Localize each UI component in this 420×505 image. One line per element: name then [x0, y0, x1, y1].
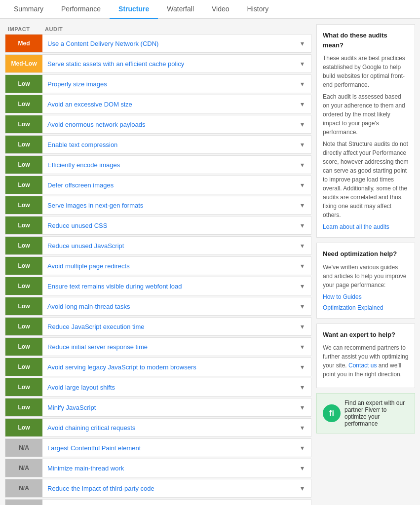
- tab-video[interactable]: Video: [203, 0, 238, 19]
- chevron-down-icon[interactable]: ▾: [296, 120, 311, 128]
- fiverr-icon: fi: [323, 404, 341, 422]
- impact-badge: Med-Low: [5, 55, 42, 72]
- audit-label: Avoid chaining critical requests: [42, 420, 296, 435]
- chevron-down-icon[interactable]: ▾: [296, 424, 311, 432]
- impact-badge: Low: [5, 75, 42, 93]
- audit-row[interactable]: LowAvoid long main-thread tasks▾: [5, 297, 311, 316]
- chevron-down-icon[interactable]: ▾: [296, 221, 311, 229]
- audit-row[interactable]: LowAvoid large layout shifts▾: [5, 378, 311, 397]
- left-panel: IMPACT AUDIT MedUse a Content Delivery N…: [5, 24, 311, 505]
- audit-row[interactable]: LowMinify JavaScript▾: [5, 398, 311, 417]
- chevron-down-icon[interactable]: ▾: [296, 383, 311, 391]
- chevron-down-icon[interactable]: ▾: [296, 302, 311, 310]
- audit-row[interactable]: LowEnable text compression▾: [5, 135, 311, 154]
- chevron-down-icon[interactable]: ▾: [296, 161, 311, 169]
- audits-meaning-card: What do these audits mean? These audits …: [316, 24, 415, 238]
- optimization-explained-link[interactable]: Optimization Explained: [323, 303, 409, 312]
- chevron-down-icon[interactable]: ▾: [296, 323, 311, 330]
- audit-row[interactable]: LowServe images in next-gen formats▾: [5, 196, 311, 215]
- impact-badge: N/A: [5, 439, 42, 457]
- impact-badge: Low: [5, 156, 42, 174]
- audit-row[interactable]: LowReduce unused CSS▾: [5, 216, 311, 235]
- audit-row[interactable]: N/AUser Timing marks and measures▾: [5, 499, 311, 505]
- chevron-down-icon[interactable]: ▾: [296, 181, 311, 189]
- impact-badge: Low: [5, 115, 42, 133]
- impact-badge: Low: [5, 419, 42, 436]
- tab-structure[interactable]: Structure: [110, 0, 158, 19]
- audit-row[interactable]: N/AMinimize main-thread work▾: [5, 459, 311, 477]
- optimization-help-title: Need optimization help?: [323, 249, 409, 259]
- audit-row[interactable]: Med-LowServe static assets with an effic…: [5, 54, 311, 73]
- audit-label: Enable text compression: [42, 137, 296, 152]
- audit-label: Avoid large layout shifts: [42, 380, 296, 395]
- audit-label: Avoid enormous network payloads: [42, 117, 296, 132]
- audit-row[interactable]: LowDefer offscreen images▾: [5, 176, 311, 194]
- tab-summary[interactable]: Summary: [5, 0, 52, 19]
- optimization-help-card: Need optimization help? We've written va…: [316, 243, 415, 319]
- audit-row[interactable]: LowAvoid multiple page redirects▾: [5, 256, 311, 275]
- audit-label: User Timing marks and measures: [42, 501, 296, 505]
- chevron-down-icon[interactable]: ▾: [296, 39, 311, 47]
- audit-row[interactable]: LowReduce JavaScript execution time▾: [5, 317, 311, 336]
- impact-badge: N/A: [5, 500, 42, 505]
- audits-meaning-title: What do these audits mean?: [323, 31, 409, 50]
- audit-row[interactable]: LowEnsure text remains visible during we…: [5, 277, 311, 295]
- audit-label: Reduce initial server response time: [42, 339, 296, 355]
- impact-badge: Med: [5, 35, 42, 52]
- expert-help-text: We can recommend partners to further ass…: [323, 343, 409, 379]
- tab-waterfall[interactable]: Waterfall: [158, 0, 203, 19]
- audit-row[interactable]: LowAvoid an excessive DOM size▾: [5, 95, 311, 113]
- impact-badge: Low: [5, 196, 42, 214]
- chevron-down-icon[interactable]: ▾: [296, 363, 311, 371]
- impact-badge: N/A: [5, 479, 42, 497]
- audits-meaning-p1: These audits are best practices establis…: [323, 54, 409, 89]
- impact-badge: Low: [5, 176, 42, 194]
- impact-badge: Low: [5, 277, 42, 295]
- contact-us-link[interactable]: Contact us: [348, 362, 377, 369]
- impact-badge: Low: [5, 136, 42, 153]
- audit-row[interactable]: LowReduce initial server response time▾: [5, 337, 311, 356]
- audit-row[interactable]: LowReduce unused JavaScript▾: [5, 236, 311, 255]
- audit-label: Use a Content Delivery Network (CDN): [42, 36, 296, 51]
- col-audit-header: AUDIT: [45, 26, 308, 32]
- audit-row[interactable]: LowAvoid serving legacy JavaScript to mo…: [5, 358, 311, 376]
- audit-label: Minimize main-thread work: [42, 461, 296, 476]
- audit-row[interactable]: LowProperly size images▾: [5, 74, 311, 93]
- chevron-down-icon[interactable]: ▾: [296, 80, 311, 88]
- chevron-down-icon[interactable]: ▾: [296, 343, 311, 351]
- chevron-down-icon[interactable]: ▾: [296, 484, 311, 492]
- impact-badge: Low: [5, 378, 42, 396]
- audit-label: Largest Contentful Paint element: [42, 440, 296, 456]
- audit-row[interactable]: MedUse a Content Delivery Network (CDN)▾: [5, 34, 311, 53]
- audit-row[interactable]: N/ALargest Contentful Paint element▾: [5, 438, 311, 457]
- impact-badge: Low: [5, 358, 42, 376]
- chevron-down-icon[interactable]: ▾: [296, 403, 311, 411]
- chevron-down-icon[interactable]: ▾: [296, 242, 311, 250]
- how-to-guides-link[interactable]: How to Guides: [323, 292, 409, 301]
- column-headers: IMPACT AUDIT: [5, 24, 311, 34]
- chevron-down-icon[interactable]: ▾: [296, 464, 311, 472]
- tab-history[interactable]: History: [238, 0, 278, 19]
- chevron-down-icon[interactable]: ▾: [296, 100, 311, 108]
- chevron-down-icon[interactable]: ▾: [296, 282, 311, 290]
- audits-meaning-p3: Note that Structure audits do not direct…: [323, 140, 409, 219]
- chevron-down-icon[interactable]: ▾: [296, 60, 311, 68]
- impact-badge: Low: [5, 318, 42, 335]
- audit-row[interactable]: LowEfficiently encode images▾: [5, 155, 311, 174]
- chevron-down-icon[interactable]: ▾: [296, 201, 311, 209]
- impact-badge: Low: [5, 338, 42, 356]
- audit-label: Avoid multiple page redirects: [42, 258, 296, 274]
- main-layout: IMPACT AUDIT MedUse a Content Delivery N…: [0, 19, 420, 505]
- chevron-down-icon[interactable]: ▾: [296, 141, 311, 148]
- tab-performance[interactable]: Performance: [52, 0, 110, 19]
- learn-audits-link[interactable]: Learn about all the audits: [323, 223, 389, 230]
- audit-row[interactable]: LowAvoid chaining critical requests▾: [5, 418, 311, 437]
- chevron-down-icon[interactable]: ▾: [296, 262, 311, 270]
- chevron-down-icon[interactable]: ▾: [296, 444, 311, 452]
- impact-badge: Low: [5, 95, 42, 113]
- fiverr-card: fi Find an expert with our partner Fiver…: [316, 393, 415, 433]
- audit-row[interactable]: LowAvoid enormous network payloads▾: [5, 115, 311, 134]
- audit-label: Serve images in next-gen formats: [42, 198, 296, 213]
- audit-row[interactable]: N/AReduce the impact of third-party code…: [5, 479, 311, 498]
- fiverr-text: Find an expert with our partner Fiverr t…: [344, 399, 409, 427]
